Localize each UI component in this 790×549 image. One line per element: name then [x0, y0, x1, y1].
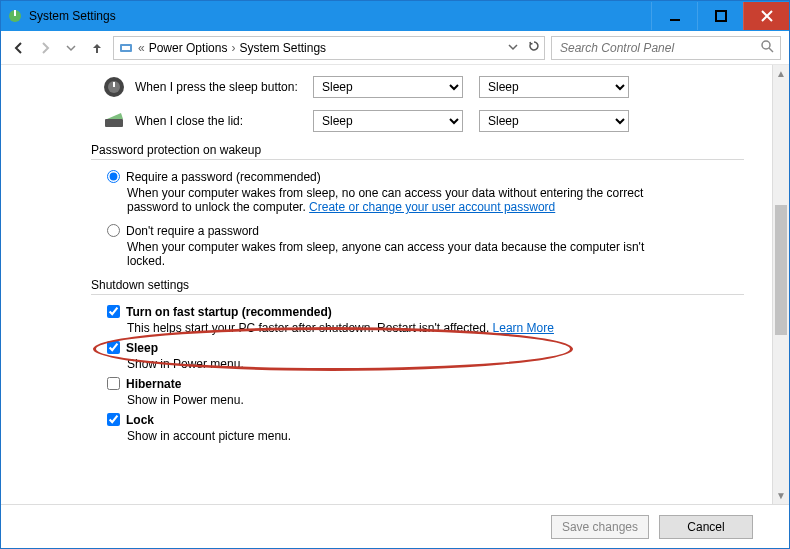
lock-checkbox-desc: Show in account picture menu.	[127, 429, 667, 443]
scroll-down-icon[interactable]: ▼	[773, 487, 789, 504]
laptop-lid-icon	[101, 109, 127, 133]
vertical-scrollbar[interactable]: ▲ ▼	[772, 65, 789, 504]
dont-require-password-label: Don't require a password	[126, 224, 259, 238]
search-box[interactable]	[551, 36, 781, 60]
hibernate-checkbox-label: Hibernate	[126, 377, 181, 391]
breadcrumb-power-options[interactable]: Power Options	[149, 41, 228, 55]
scroll-thumb[interactable]	[775, 205, 787, 335]
save-button: Save changes	[551, 515, 649, 539]
lock-checkbox-label: Lock	[126, 413, 154, 427]
address-bar[interactable]: « Power Options › System Settings	[113, 36, 545, 60]
minimize-button[interactable]	[651, 2, 697, 30]
require-password-desc: When your computer wakes from sleep, no …	[127, 186, 667, 214]
breadcrumb-system-settings[interactable]: System Settings	[239, 41, 326, 55]
shutdown-section-header: Shutdown settings	[91, 278, 744, 295]
fast-startup-checkbox[interactable]	[107, 305, 120, 318]
hibernate-checkbox[interactable]	[107, 377, 120, 390]
search-input[interactable]	[558, 40, 760, 56]
search-icon[interactable]	[760, 39, 774, 56]
svg-rect-1	[14, 10, 16, 16]
close-lid-label: When I close the lid:	[135, 114, 313, 128]
history-dropdown[interactable]	[61, 38, 81, 58]
refresh-icon[interactable]	[528, 40, 540, 55]
dont-require-password-radio[interactable]	[107, 224, 120, 237]
require-password-label: Require a password (recommended)	[126, 170, 321, 184]
scroll-up-icon[interactable]: ▲	[773, 65, 789, 82]
svg-point-6	[762, 41, 770, 49]
fast-startup-label: Turn on fast startup (recommended)	[126, 305, 332, 319]
close-button[interactable]	[743, 2, 789, 30]
create-password-link[interactable]: Create or change your user account passw…	[309, 200, 555, 214]
forward-button[interactable]	[35, 38, 55, 58]
cancel-button[interactable]: Cancel	[659, 515, 753, 539]
learn-more-link[interactable]: Learn More	[493, 321, 554, 335]
svg-rect-5	[122, 46, 130, 50]
hibernate-checkbox-desc: Show in Power menu.	[127, 393, 667, 407]
require-password-radio[interactable]	[107, 170, 120, 183]
close-lid-battery-select[interactable]: Sleep	[313, 110, 463, 132]
lock-checkbox[interactable]	[107, 413, 120, 426]
breadcrumb-chevron-icon: ›	[231, 41, 235, 55]
svg-line-7	[769, 48, 773, 52]
password-section-header: Password protection on wakeup	[91, 143, 744, 160]
back-button[interactable]	[9, 38, 29, 58]
breadcrumb-sep: «	[138, 41, 145, 55]
address-dropdown-icon[interactable]	[508, 41, 518, 55]
svg-rect-10	[105, 119, 123, 127]
bottom-button-bar: Save changes Cancel	[1, 504, 789, 548]
sleep-button-plugged-select[interactable]: Sleep	[479, 76, 629, 98]
maximize-button[interactable]	[697, 2, 743, 30]
sleep-button-label: When I press the sleep button:	[135, 80, 313, 94]
titlebar: System Settings	[1, 1, 789, 31]
control-panel-icon	[118, 40, 134, 56]
sleep-checkbox[interactable]	[107, 341, 120, 354]
fast-startup-desc: This helps start your PC faster after sh…	[127, 321, 667, 335]
content-area: When I press the sleep button: Sleep Sle…	[1, 65, 772, 504]
power-button-icon	[101, 75, 127, 99]
dont-require-password-desc: When your computer wakes from sleep, any…	[127, 240, 667, 268]
navigation-toolbar: « Power Options › System Settings	[1, 31, 789, 65]
app-icon	[7, 8, 23, 24]
close-lid-plugged-select[interactable]: Sleep	[479, 110, 629, 132]
up-button[interactable]	[87, 38, 107, 58]
svg-rect-3	[716, 11, 726, 21]
sleep-checkbox-label: Sleep	[126, 341, 158, 355]
sleep-button-battery-select[interactable]: Sleep	[313, 76, 463, 98]
svg-rect-2	[670, 19, 680, 21]
sleep-checkbox-desc: Show in Power menu.	[127, 357, 667, 371]
window-title: System Settings	[29, 9, 116, 23]
